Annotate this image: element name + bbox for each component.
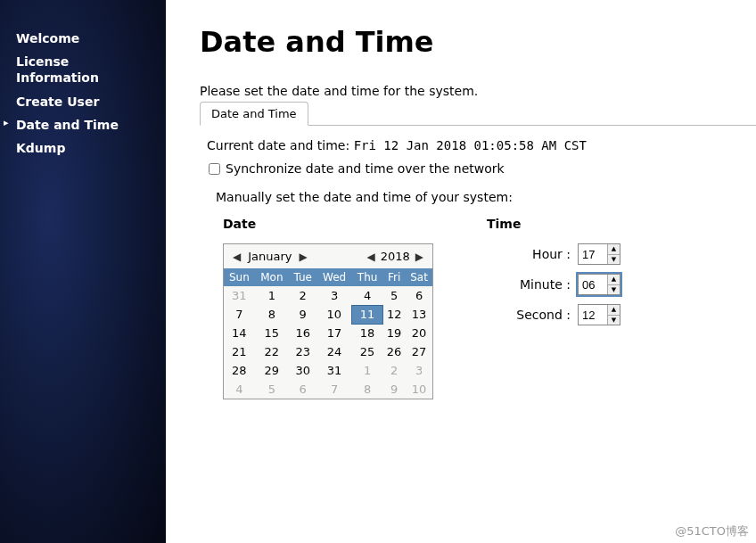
calendar-day[interactable]: 21 [224,342,255,361]
second-spinner[interactable]: ▲▼ [578,304,620,325]
minute-up-icon[interactable]: ▲ [608,275,620,285]
second-up-icon[interactable]: ▲ [608,305,620,316]
calendar-day[interactable]: 17 [316,324,352,342]
date-heading: Date [223,217,433,231]
next-year-icon[interactable]: ▶ [414,251,425,263]
calendar-day[interactable]: 2 [289,286,316,305]
prev-month-icon[interactable]: ◀ [231,251,242,263]
calendar-day[interactable]: 3 [406,361,432,380]
calendar-day[interactable]: 10 [406,380,432,399]
calendar-day[interactable]: 1 [255,286,289,305]
sidebar-item-license[interactable]: License Information [16,50,114,89]
sidebar-item-welcome[interactable]: Welcome [16,27,166,50]
calendar-day[interactable]: 1 [352,361,382,380]
calendar-day[interactable]: 5 [255,380,289,399]
weekday-header: Mon [255,268,289,286]
minute-spinner[interactable]: ▲▼ [578,274,620,295]
calendar-grid: SunMonTueWedThuFriSat 311234567891011121… [224,268,432,399]
calendar-day[interactable]: 30 [289,361,316,380]
tab-date-time[interactable]: Date and Time [200,102,308,126]
second-label: Second : [487,308,571,322]
time-heading: Time [487,217,620,231]
hour-up-icon[interactable]: ▲ [608,244,620,255]
calendar-day[interactable]: 29 [255,361,289,380]
sync-checkbox[interactable] [209,163,220,175]
hour-label: Hour : [487,247,571,261]
calendar-day[interactable]: 4 [352,286,382,305]
calendar-day[interactable]: 31 [316,361,352,380]
calendar-day[interactable]: 7 [316,380,352,399]
minute-down-icon[interactable]: ▼ [608,285,620,295]
calendar-day[interactable]: 8 [352,380,382,399]
calendar-day[interactable]: 9 [382,380,406,399]
hour-input[interactable] [579,244,607,264]
calendar-day[interactable]: 7 [224,305,255,324]
date-column: Date ◀ January ▶ ◀ 2018 ▶ [223,217,433,399]
calendar-day[interactable]: 5 [382,286,406,305]
next-month-icon[interactable]: ▶ [298,251,309,263]
calendar-day[interactable]: 6 [289,380,316,399]
calendar-day[interactable]: 27 [406,342,432,361]
page-intro: Please set the date and time for the sys… [200,84,756,98]
calendar-day[interactable]: 20 [406,324,432,342]
current-value: Fri 12 Jan 2018 01:05:58 AM CST [354,138,587,152]
sidebar: Welcome License Information Create User … [0,0,166,543]
weekday-header: Tue [289,268,316,286]
weekday-header: Sun [224,268,255,286]
second-input[interactable] [579,305,607,325]
calendar-day[interactable]: 3 [316,286,352,305]
calendar-day[interactable]: 10 [316,305,352,324]
calendar-day[interactable]: 9 [289,305,316,324]
sync-label: Synchronize date and time over the netwo… [226,161,505,176]
sidebar-item-kdump[interactable]: Kdump [16,136,166,160]
calendar-day[interactable]: 22 [255,342,289,361]
calendar-day[interactable]: 24 [316,342,352,361]
second-down-icon[interactable]: ▼ [608,316,620,325]
time-column: Time Hour : ▲▼ Minute : [487,217,620,399]
calendar-day[interactable]: 23 [289,342,316,361]
calendar: ◀ January ▶ ◀ 2018 ▶ SunMonTueWedThuFriS… [223,243,433,399]
calendar-day[interactable]: 13 [406,305,432,324]
sidebar-item-create-user[interactable]: Create User [16,90,166,113]
weekday-header: Sat [406,268,432,286]
hour-spinner[interactable]: ▲▼ [578,243,620,265]
main-content: Date and Time Please set the date and ti… [166,0,756,543]
calendar-day[interactable]: 11 [352,305,382,324]
weekday-header: Fri [382,268,406,286]
manual-label: Manually set the date and time of your s… [216,190,749,204]
current-prefix: Current date and time: [207,138,349,152]
tab-container: Date and Time Current date and time: Fri… [200,125,756,407]
calendar-day[interactable]: 12 [382,305,406,324]
weekday-header: Wed [316,268,352,286]
page-title: Date and Time [200,25,756,59]
calendar-day[interactable]: 25 [352,342,382,361]
calendar-day[interactable]: 16 [289,324,316,342]
minute-label: Minute : [487,277,571,292]
prev-year-icon[interactable]: ◀ [365,251,376,263]
hour-down-icon[interactable]: ▼ [608,255,620,265]
calendar-day[interactable]: 2 [382,361,406,380]
calendar-day[interactable]: 4 [224,380,255,399]
calendar-day[interactable]: 6 [406,286,432,305]
minute-input[interactable] [579,275,607,294]
calendar-day[interactable]: 14 [224,324,255,342]
watermark: @51CTO博客 [675,523,749,539]
calendar-day[interactable]: 8 [255,305,289,324]
calendar-day[interactable]: 18 [352,324,382,342]
current-datetime-line: Current date and time: Fri 12 Jan 2018 0… [207,138,749,152]
sidebar-item-date-time[interactable]: Date and Time [16,113,166,136]
calendar-day[interactable]: 28 [224,361,255,380]
weekday-header: Thu [352,268,382,286]
calendar-day[interactable]: 26 [382,342,406,361]
calendar-day[interactable]: 31 [224,286,255,305]
calendar-day[interactable]: 19 [382,324,406,342]
calendar-day[interactable]: 15 [255,324,289,342]
calendar-month[interactable]: January [248,250,292,263]
calendar-year[interactable]: 2018 [381,250,410,263]
